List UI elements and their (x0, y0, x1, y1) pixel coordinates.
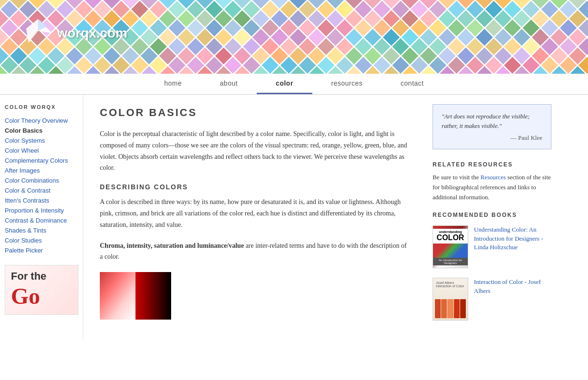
sidebar-link-color-basics[interactable]: Color Basics (5, 126, 78, 136)
nav-contact[interactable]: contact (382, 74, 443, 94)
sidebar-link-shades-tints[interactable]: Shades & Tints (5, 225, 78, 235)
nav-home[interactable]: home (145, 74, 201, 94)
recommended-books-section: RECOMMENDED BOOKS understanding COLOR An… (433, 212, 551, 321)
stripe-2 (441, 299, 447, 318)
sidebar-title: COLOR WORQX (5, 104, 78, 110)
logo-text: worqx.com (57, 26, 127, 41)
book-cover-stripes (435, 299, 466, 318)
color-swatch-display (100, 272, 171, 320)
book-cover-word: understanding (435, 230, 466, 234)
book-link-interaction-of-color[interactable]: Interaction of Color - Josef Albers (474, 278, 541, 294)
describing-paragraph: A color is described in three ways: by i… (100, 196, 409, 230)
related-text-before: Be sure to visit the (433, 174, 481, 181)
stripe-4 (454, 299, 460, 318)
book-item-1: understanding COLOR An Introduction for … (433, 225, 551, 268)
swatch-dark-red (135, 272, 171, 320)
logo-area: worqx.com (19, 14, 127, 52)
sidebar-link-color-contrast[interactable]: Color & Contrast (5, 185, 78, 195)
chroma-bold-text: Chroma, intensity, saturation and lumina… (100, 242, 244, 249)
main-layout: COLOR WORQX Color Theory Overview Color … (0, 95, 588, 340)
recommended-books-title: RECOMMENDED BOOKS (433, 212, 551, 218)
related-resources-section: RELATED RESOURCES Be sure to visit the R… (433, 161, 551, 202)
sidebar: COLOR WORQX Color Theory Overview Color … (0, 95, 83, 340)
header: worqx.com (0, 0, 588, 74)
book-cover-author: Josef Albers Interaction of Color (435, 280, 466, 289)
stripe-5 (460, 299, 466, 318)
book-link-understanding-color[interactable]: Understanding Color: An Introduction for… (474, 226, 543, 250)
advertisement: For the Go (5, 265, 78, 315)
right-panel: "Art does not reproduce the visible; rat… (425, 95, 559, 340)
ad-go-text: Go (5, 285, 78, 308)
sidebar-link-proportion-intensity[interactable]: Proportion & Intensity (5, 205, 78, 215)
sidebar-link-after-images[interactable]: After Images (5, 166, 78, 175)
book-cover-main-word: COLOR (435, 234, 466, 242)
book-item-2: Josef Albers Interaction of Color Intera… (433, 278, 551, 321)
sidebar-link-ittens-contrasts[interactable]: Itten's Contrasts (5, 195, 78, 205)
quote-attribution: — Paul Klee (442, 134, 542, 142)
related-resources-text: Be sure to visit the Resources section o… (433, 173, 551, 202)
stripe-3 (447, 299, 453, 318)
quote-box: "Art does not reproduce the visible; rat… (433, 104, 551, 149)
book-cover-2-inner: Josef Albers Interaction of Color (433, 278, 468, 320)
quote-text: "Art does not reproduce the visible; rat… (442, 112, 542, 130)
swatch-red-gradient (100, 272, 135, 320)
sidebar-link-color-studies[interactable]: Color Studies (5, 235, 78, 245)
resources-link[interactable]: Resources (481, 174, 506, 181)
main-nav: home about color resources contact (0, 74, 588, 95)
sidebar-link-color-systems[interactable]: Color Systems (5, 136, 78, 146)
intro-paragraph: Color is the perceptual characteristic o… (100, 128, 409, 174)
chroma-paragraph: Chroma, intensity, saturation and lumina… (100, 240, 409, 263)
related-resources-title: RELATED RESOURCES (433, 161, 551, 168)
stripe-1 (435, 299, 441, 318)
page-title: COLOR BASICS (100, 107, 409, 119)
book-cover-inner: understanding COLOR An Introduction for … (433, 226, 468, 268)
describing-colors-heading: DESCRIBING COLORS (100, 183, 409, 191)
sidebar-link-contrast-dominance[interactable]: Contrast & Dominance (5, 215, 78, 225)
book-cover-interaction-of-color: Josef Albers Interaction of Color (433, 278, 468, 321)
book-cover-understanding-color: understanding COLOR An Introduction for … (433, 225, 468, 268)
nav-color[interactable]: color (257, 74, 312, 94)
sidebar-link-palette-picker[interactable]: Palette Picker (5, 245, 78, 255)
sidebar-link-color-theory-overview[interactable]: Color Theory Overview (5, 116, 78, 126)
book-info-1: Understanding Color: An Introduction for… (474, 225, 551, 252)
sidebar-link-color-combinations[interactable]: Color Combinations (5, 175, 78, 185)
nav-resources[interactable]: resources (312, 74, 382, 94)
book-cover-color-bar (433, 244, 468, 258)
main-content: COLOR BASICS Color is the perceptual cha… (83, 95, 425, 340)
sidebar-link-complementary-colors[interactable]: Complementary Colors (5, 156, 78, 166)
book-cover-subtitle: An Introduction for Designers (433, 258, 468, 265)
sidebar-link-color-wheel[interactable]: Color Wheel (5, 146, 78, 156)
nav-about[interactable]: about (201, 74, 257, 94)
logo-bird-icon (19, 14, 57, 52)
ad-for-text: For the (5, 265, 78, 285)
book-cover-title-area: understanding COLOR (433, 229, 468, 244)
book-info-2: Interaction of Color - Josef Albers (474, 278, 551, 295)
